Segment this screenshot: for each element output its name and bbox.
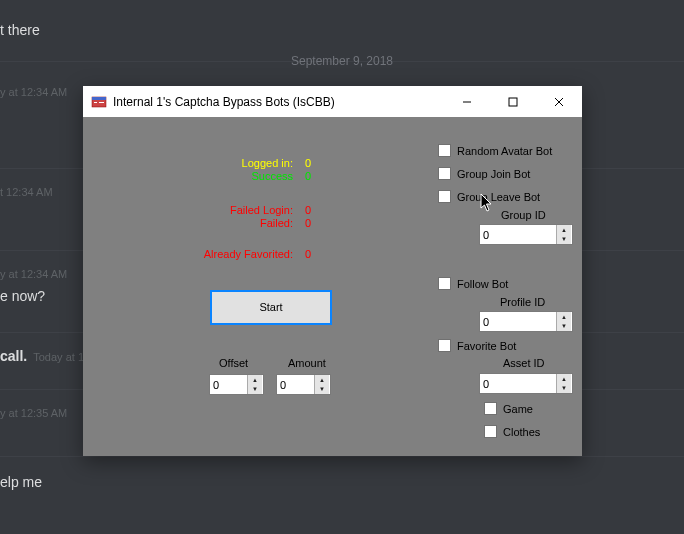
checkbox-box[interactable] <box>438 339 451 352</box>
checkbox-label: Favorite Bot <box>457 340 516 352</box>
amount-input[interactable] <box>277 379 314 391</box>
checkbox-label: Random Avatar Bot <box>457 145 552 157</box>
amount-spinner[interactable]: ▲▼ <box>276 374 331 395</box>
date-divider: September 9, 2018 <box>0 54 684 68</box>
checkbox-label: Clothes <box>503 426 540 438</box>
minimize-button[interactable] <box>444 86 490 117</box>
checkbox-box[interactable] <box>484 402 497 415</box>
profile-id-spinner[interactable]: ▲▼ <box>479 311 573 332</box>
chat-message: elp me <box>0 474 42 490</box>
checkbox-box[interactable] <box>438 167 451 180</box>
success-label: Success <box>153 170 293 182</box>
client-area: Logged in: 0 Success 0 Failed Login: 0 F… <box>83 117 582 456</box>
call-timestamp: Today at 1 <box>33 351 84 363</box>
svg-rect-5 <box>509 98 517 106</box>
offset-spinner[interactable]: ▲▼ <box>209 374 264 395</box>
start-button[interactable]: Start <box>210 290 332 325</box>
failed-label: Failed: <box>153 217 293 229</box>
chat-timestamp: y at 12:34 AM <box>0 268 67 280</box>
random-avatar-bot-checkbox[interactable]: Random Avatar Bot <box>438 144 552 157</box>
maximize-button[interactable] <box>490 86 536 117</box>
profile-id-label: Profile ID <box>500 296 545 308</box>
profile-id-input[interactable] <box>480 316 556 328</box>
group-id-spinner[interactable]: ▲▼ <box>479 224 573 245</box>
checkbox-box[interactable] <box>438 277 451 290</box>
app-icon <box>91 94 107 110</box>
chat-timestamp: t 12:34 AM <box>0 186 53 198</box>
failed-login-value: 0 <box>305 204 311 216</box>
checkbox-label: Follow Bot <box>457 278 508 290</box>
already-favorited-label: Already Favorited: <box>153 248 293 260</box>
already-favorited-value: 0 <box>305 248 311 260</box>
group-leave-bot-checkbox[interactable]: Group Leave Bot <box>438 190 540 203</box>
svg-rect-1 <box>92 97 106 100</box>
logged-in-label: Logged in: <box>153 157 293 169</box>
call-text: call. <box>0 348 27 364</box>
offset-label: Offset <box>219 357 248 369</box>
failed-value: 0 <box>305 217 311 229</box>
group-join-bot-checkbox[interactable]: Group Join Bot <box>438 167 530 180</box>
asset-id-input[interactable] <box>480 378 556 390</box>
spinner-arrows[interactable]: ▲▼ <box>556 312 571 331</box>
checkbox-label: Game <box>503 403 533 415</box>
spinner-arrows[interactable]: ▲▼ <box>556 374 571 393</box>
checkbox-label: Group Join Bot <box>457 168 530 180</box>
checkbox-box[interactable] <box>484 425 497 438</box>
asset-id-label: Asset ID <box>503 357 545 369</box>
titlebar[interactable]: Internal 1's Captcha Bypass Bots (IsCBB) <box>83 86 582 117</box>
game-checkbox[interactable]: Game <box>484 402 533 415</box>
app-window: Internal 1's Captcha Bypass Bots (IsCBB)… <box>83 86 582 456</box>
chat-timestamp: y at 12:34 AM <box>0 86 67 98</box>
follow-bot-checkbox[interactable]: Follow Bot <box>438 277 508 290</box>
close-button[interactable] <box>536 86 582 117</box>
checkbox-box[interactable] <box>438 144 451 157</box>
checkbox-box[interactable] <box>438 190 451 203</box>
spinner-arrows[interactable]: ▲▼ <box>556 225 571 244</box>
group-id-input[interactable] <box>480 229 556 241</box>
spinner-arrows[interactable]: ▲▼ <box>247 375 262 394</box>
chat-timestamp: y at 12:35 AM <box>0 407 67 419</box>
offset-input[interactable] <box>210 379 247 391</box>
chat-message: t there <box>0 22 40 38</box>
success-value: 0 <box>305 170 311 182</box>
favorite-bot-checkbox[interactable]: Favorite Bot <box>438 339 516 352</box>
checkbox-label: Group Leave Bot <box>457 191 540 203</box>
logged-in-value: 0 <box>305 157 311 169</box>
svg-rect-2 <box>94 102 97 103</box>
window-title: Internal 1's Captcha Bypass Bots (IsCBB) <box>113 95 444 109</box>
chat-divider <box>0 456 684 457</box>
spinner-arrows[interactable]: ▲▼ <box>314 375 329 394</box>
group-id-label: Group ID <box>501 209 546 221</box>
asset-id-spinner[interactable]: ▲▼ <box>479 373 573 394</box>
chat-message: e now? <box>0 288 45 304</box>
svg-rect-3 <box>99 102 104 103</box>
failed-login-label: Failed Login: <box>153 204 293 216</box>
clothes-checkbox[interactable]: Clothes <box>484 425 540 438</box>
amount-label: Amount <box>288 357 326 369</box>
